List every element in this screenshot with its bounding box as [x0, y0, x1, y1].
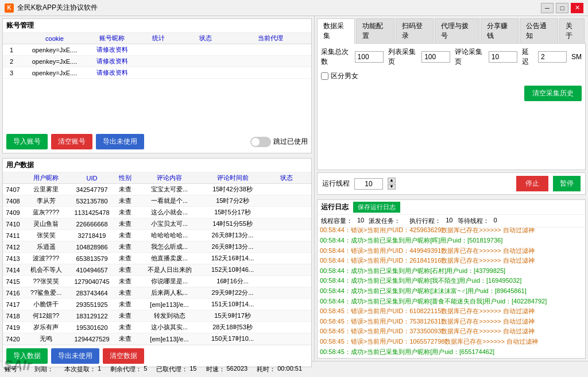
- user-row-uid: 32718419: [69, 230, 115, 241]
- clear-history-button[interactable]: 清空采集历史: [524, 86, 582, 101]
- clear-data-button[interactable]: 清空数据: [103, 348, 144, 364]
- account-col-cookie: cookie: [20, 33, 89, 44]
- account-row-cookie: openkey=JxE....: [20, 44, 89, 56]
- watermark: SAIr: [3, 357, 32, 374]
- user-row-num: 7409: [3, 207, 23, 218]
- log-title: 运行日志: [321, 202, 349, 212]
- config-row-1: 采集总次数 列表采集页 评论采集页 延迟 SM: [321, 47, 582, 67]
- user-row-time: 26天8时13分...: [204, 230, 261, 241]
- skip-used-toggle[interactable]: [250, 137, 271, 147]
- user-row-status: [261, 241, 311, 253]
- account-row-proxy: [229, 67, 311, 79]
- thread-spinner-up[interactable]: ▲: [388, 178, 396, 183]
- user-section: 用户数据 用户昵称 UID 性别 评论内容 评论时间前 状态: [2, 158, 312, 367]
- user-row-nickname: 灵山鱼翁: [23, 218, 69, 230]
- user-row-comment: 后来两人私...: [135, 287, 204, 299]
- export-unused-data-button[interactable]: 导出未使用: [51, 348, 99, 364]
- log-line: 00:58:44：错误>当前用户UID：449949391数据库已存在>>>>>…: [320, 246, 583, 256]
- user-row-status: [261, 264, 311, 276]
- config-input-total[interactable]: [355, 51, 384, 63]
- log-line: 00:58:44：成功>当前已采集到用户昵称[蔷食不能迷失自我]用户uid：[4…: [320, 297, 583, 307]
- account-table-row: 3 openkey=JxE.... 请修改资料: [3, 67, 311, 79]
- tab-分享赚钱[interactable]: 分享赚钱: [481, 18, 519, 43]
- import-account-button[interactable]: 导入账号: [6, 134, 48, 149]
- log-content: 00:58:44：错误>当前用户UID：429903159数据库已存在>>>>>…: [318, 228, 585, 358]
- user-row-time: 15天9时17秒: [204, 310, 261, 322]
- config-input-delay[interactable]: [538, 51, 567, 63]
- user-row-comment: 你说哪里是...: [135, 276, 204, 287]
- tab-代理与拨号[interactable]: 代理与拨号: [435, 18, 479, 43]
- waiting-label: 等待线程：: [458, 217, 489, 225]
- account-section: 账号管理 cookie 账号昵称 统计 状态 当前代理: [2, 18, 312, 153]
- user-row-gender: 未查: [115, 287, 135, 299]
- clear-account-button[interactable]: 清空账号: [51, 134, 92, 149]
- gender-checkbox[interactable]: [321, 72, 328, 80]
- account-row-status: [182, 44, 229, 56]
- user-row-comment: 宝宝太可爱...: [135, 184, 204, 195]
- tab-公告通知[interactable]: 公告通知: [520, 18, 558, 43]
- config-panel: 采集总次数 列表采集页 评论采集页 延迟 SM 区分男女 清空采集历史: [317, 44, 586, 170]
- account-table-body: 1 openkey=JxE.... 请修改资料 2 openkey=JxE...…: [3, 44, 311, 79]
- config-label-list-page: 列表采集页: [388, 47, 417, 67]
- skip-used-label: 跳过已使用: [273, 137, 308, 147]
- status-expire: 到期：: [34, 365, 55, 374]
- maximize-button[interactable]: □: [556, 3, 568, 13]
- thread-input[interactable]: [354, 178, 383, 190]
- pause-button[interactable]: 暂停: [553, 176, 581, 191]
- user-row-gender: 未查: [115, 333, 135, 345]
- user-row-num: 7411: [3, 230, 23, 241]
- config-input-list-page[interactable]: [421, 51, 450, 63]
- config-unit: SM: [571, 53, 582, 61]
- tab-功能配置[interactable]: 功能配置: [356, 18, 394, 43]
- tab-数据采集[interactable]: 数据采集: [317, 18, 355, 44]
- account-table: cookie 账号昵称 统计 状态 当前代理 1 openkey=JxE....…: [3, 33, 311, 79]
- user-row-uid: 653813579: [69, 253, 115, 264]
- user-row-uid: 1279040745: [69, 276, 115, 287]
- left-panel: 账号管理 cookie 账号昵称 统计 状态 当前代理: [0, 16, 315, 361]
- user-row-num: 7415: [3, 276, 23, 287]
- tab-bar: 数据采集功能配置扫码登录代理与拨号分享赚钱公告通知关于: [317, 18, 586, 44]
- user-buttons: 导入数据 导出未使用 清空数据: [3, 345, 311, 367]
- user-row-status: [261, 207, 311, 218]
- log-line: 00:58:44：成功>当前已采集到用户昵称[我不陌生]用户uid：[16949…: [320, 276, 583, 286]
- right-panel: 数据采集功能配置扫码登录代理与拨号分享赚钱公告通知关于 采集总次数 列表采集页 …: [315, 16, 588, 361]
- tab-扫码登录[interactable]: 扫码登录: [396, 18, 434, 43]
- user-row-num: 7408: [3, 195, 23, 207]
- account-row-proxy: [229, 56, 311, 67]
- user-row-gender: 未查: [115, 299, 135, 310]
- user-row-comment: 一看就是个...: [135, 195, 204, 207]
- user-row-gender: 未查: [115, 322, 135, 333]
- user-row-nickname: 何12姐??: [23, 310, 69, 322]
- export-unused-account-button[interactable]: 导出未使用: [96, 134, 144, 149]
- minimize-button[interactable]: ─: [541, 3, 554, 13]
- save-log-button[interactable]: 保存运行日志: [353, 202, 400, 213]
- log-header: 运行日志 保存运行日志: [318, 200, 585, 215]
- user-row-comment: 我怎么听成...: [135, 241, 204, 253]
- close-button[interactable]: ✕: [571, 3, 583, 13]
- waiting-val: 0: [494, 217, 497, 225]
- account-col-proxy: 当前代理: [229, 33, 311, 44]
- user-row-uid: 1131425478: [69, 207, 115, 218]
- user-row-nickname: 云里雾里: [23, 184, 69, 195]
- user-row-nickname: ??鲨鱼爱...: [23, 287, 69, 299]
- thread-spinner: ▲ ▼: [388, 178, 396, 190]
- user-row-comment: 不是人日出来的: [135, 264, 204, 276]
- user-row-gender: 未查: [115, 276, 135, 287]
- thread-label: 运行线程: [322, 179, 350, 188]
- user-row-gender: 未查: [115, 241, 135, 253]
- user-row-time: 151天10时14...: [204, 299, 261, 310]
- user-row-nickname: 张笑笑: [23, 230, 69, 241]
- dispatch-label: 派发任务：: [369, 217, 400, 225]
- account-col-stat: 统计: [135, 33, 182, 44]
- stop-button[interactable]: 停止: [516, 176, 548, 191]
- user-row-uid: 1294427529: [69, 333, 115, 345]
- user-row-uid: 410494657: [69, 264, 115, 276]
- log-line: 00:58:44：成功>当前已采集到用户昵称[沫沫沫富~♂]用户uid：[896…: [320, 286, 583, 297]
- user-row-gender: 未查: [115, 264, 135, 276]
- user-row-num: 7412: [3, 241, 23, 253]
- tab-关于[interactable]: 关于: [559, 18, 585, 43]
- config-input-comment-page[interactable]: [489, 51, 517, 63]
- thread-spinner-down[interactable]: ▼: [388, 184, 396, 190]
- user-row-time: 150天17时10...: [204, 333, 261, 345]
- thread-control: 运行线程 ▲ ▼ 停止 暂停: [317, 172, 586, 195]
